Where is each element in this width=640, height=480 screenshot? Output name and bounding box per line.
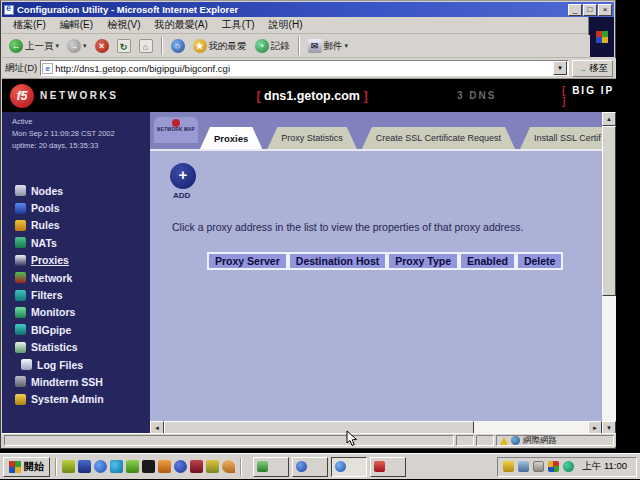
quicklaunch-icon-5[interactable] <box>126 460 139 473</box>
pools-icon <box>15 203 26 214</box>
start-button[interactable]: 開始 <box>3 457 50 477</box>
menu-edit[interactable]: 編輯(E) <box>53 17 100 33</box>
page-background <box>617 4 640 453</box>
menu-favorites[interactable]: 我的最愛(A) <box>147 17 214 33</box>
system-admin-icon <box>15 394 26 405</box>
addressbar: 網址(D) e ▾ → 移至 <box>2 58 616 79</box>
network-map-button[interactable]: NETWORK MAP <box>154 117 198 143</box>
sidebar-item-filters[interactable]: Filters <box>2 286 134 303</box>
column-destination-host: Destination Host <box>289 253 386 269</box>
zone-label: 網際網路 <box>523 435 557 447</box>
window-title: Configuration Utility - Microsoft Intern… <box>17 4 564 15</box>
tab-proxies[interactable]: Proxies <box>200 127 262 149</box>
internet-zone-icon <box>511 436 520 445</box>
column-enabled: Enabled <box>460 253 515 269</box>
tab-proxy-statistics[interactable]: Proxy Statistics <box>267 127 357 149</box>
quicklaunch-icon-7[interactable] <box>158 460 171 473</box>
sidebar-item-statistics[interactable]: Statistics <box>2 339 134 356</box>
quicklaunch-icon-4[interactable] <box>110 460 123 473</box>
tray-icon-1[interactable] <box>503 461 514 472</box>
stop-button[interactable]: × <box>92 38 112 54</box>
taskbar-separator <box>240 458 242 476</box>
app-icon <box>335 461 346 472</box>
quicklaunch-icon-6[interactable] <box>142 460 155 473</box>
menu-view[interactable]: 檢視(V) <box>100 17 147 33</box>
forward-button[interactable]: → ▾ <box>64 38 90 54</box>
task-button-2[interactable] <box>292 457 328 477</box>
sidebar-item-monitors[interactable]: Monitors <box>2 304 134 321</box>
app-icon <box>257 461 268 472</box>
link-bigip[interactable]: [ BIG IP ] <box>562 85 616 107</box>
tray-icon-2[interactable] <box>518 461 529 472</box>
menu-file[interactable]: 檔案(F) <box>6 17 53 33</box>
scrollbar-thumb[interactable] <box>602 126 616 296</box>
task-buttons <box>253 457 406 477</box>
status-panel <box>476 435 494 446</box>
task-button-1[interactable] <box>253 457 289 477</box>
quicklaunch-icon-3[interactable] <box>94 460 107 473</box>
search-button[interactable]: ○ <box>168 38 188 54</box>
menu-help[interactable]: 說明(H) <box>262 17 310 33</box>
toolbar-separator <box>161 37 163 55</box>
link-3dns[interactable]: 3 DNS <box>457 90 496 101</box>
tab-create-ssl-certificate-request[interactable]: Create SSL Certificate Request <box>362 127 515 149</box>
alert-icon <box>500 437 508 445</box>
back-dropdown-icon[interactable]: ▾ <box>56 42 60 50</box>
sidebar-item-nats[interactable]: NATs <box>2 234 134 251</box>
quick-launch-bar <box>62 460 235 473</box>
quicklaunch-icon-1[interactable] <box>62 460 75 473</box>
sidebar-item-log-files[interactable]: Log Files <box>2 356 134 373</box>
task-button-3[interactable] <box>331 457 367 477</box>
refresh-button[interactable]: ↻ <box>114 38 134 54</box>
page-vertical-scrollbar[interactable]: ▲ ▼ <box>602 112 616 435</box>
mouse-cursor <box>346 430 358 447</box>
minimize-button[interactable]: _ <box>568 4 582 16</box>
scroll-up-icon[interactable]: ▲ <box>602 112 616 126</box>
column-proxy-server: Proxy Server <box>208 253 287 269</box>
quicklaunch-icon-10[interactable] <box>206 460 219 473</box>
rules-icon <box>15 220 26 231</box>
task-button-4[interactable] <box>370 457 406 477</box>
ie-throbber-logo <box>588 17 614 57</box>
go-button[interactable]: → 移至 <box>572 60 613 77</box>
tray-icon-3[interactable] <box>533 461 544 472</box>
close-button[interactable]: × <box>598 4 612 16</box>
sidebar-item-network[interactable]: Network <box>2 269 134 286</box>
back-button[interactable]: ← 上一頁 ▾ <box>6 38 62 54</box>
favorites-button[interactable]: ★ 我的最愛 <box>190 38 250 54</box>
add-button[interactable]: + <box>170 163 196 189</box>
sidebar-item-mindterm-ssh[interactable]: Mindterm SSH <box>2 373 134 390</box>
tab-install-ssl-certificate[interactable]: Install SSL Certif <box>520 127 602 149</box>
sidebar-item-system-admin[interactable]: System Admin <box>2 391 134 408</box>
nats-icon <box>15 237 26 248</box>
taskbar-clock[interactable]: 上午 11:00 <box>578 460 631 473</box>
go-icon: → <box>577 63 587 74</box>
quicklaunch-icon-9[interactable] <box>190 460 203 473</box>
url-dropdown-icon[interactable]: ▾ <box>553 61 567 75</box>
tray-icon-5[interactable] <box>563 461 574 472</box>
sidebar-item-bigpipe[interactable]: BIGpipe <box>2 321 134 338</box>
mail-dropdown-icon[interactable]: ▾ <box>345 42 349 50</box>
maximize-button[interactable]: □ <box>583 4 597 16</box>
mail-button[interactable]: ✉ 郵件 ▾ <box>305 38 352 54</box>
url-input[interactable] <box>55 63 553 74</box>
sidebar-item-rules[interactable]: Rules <box>2 217 134 234</box>
add-button-label[interactable]: ADD <box>173 191 190 200</box>
forward-dropdown-icon[interactable]: ▾ <box>83 42 87 50</box>
sidebar-item-nodes[interactable]: Nodes <box>2 182 134 199</box>
sidebar-item-pools[interactable]: Pools <box>2 199 134 216</box>
sidebar-item-proxies[interactable]: Proxies <box>2 252 134 269</box>
quicklaunch-icon-2[interactable] <box>78 460 91 473</box>
proxy-table: Proxy Server Destination Host Proxy Type… <box>206 251 564 271</box>
history-icon: ◔ <box>255 39 269 53</box>
home-button[interactable]: ⌂ <box>136 38 156 54</box>
quicklaunch-icon-8[interactable] <box>174 460 187 473</box>
app-icon <box>374 461 385 472</box>
tray-icon-4[interactable] <box>548 461 559 472</box>
stop-icon: × <box>95 39 109 53</box>
history-button[interactable]: ◔ 記錄 <box>252 38 293 54</box>
instruction-text: Click a proxy address in the list to vie… <box>172 221 582 233</box>
quicklaunch-icon-11[interactable] <box>222 460 235 473</box>
bigpipe-icon <box>15 324 26 335</box>
menu-tools[interactable]: 工具(T) <box>215 17 262 33</box>
